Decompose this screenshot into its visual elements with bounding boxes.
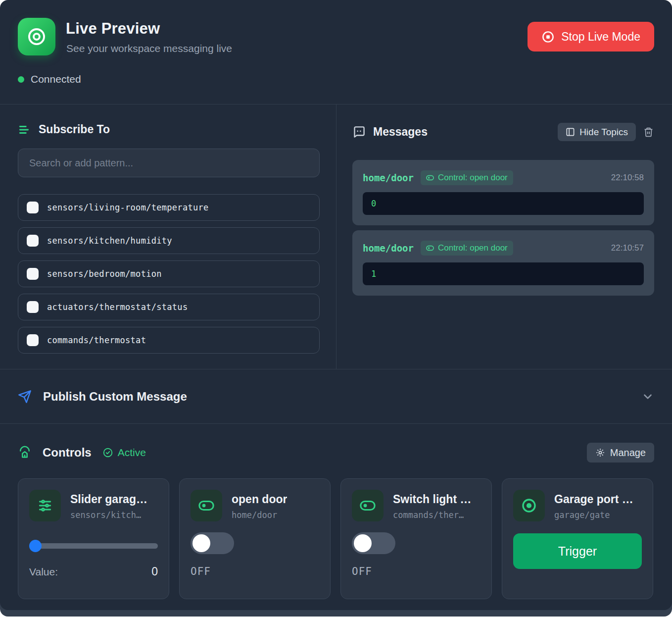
topic-checkbox[interactable] — [27, 268, 39, 280]
active-status-badge: Active — [102, 447, 146, 459]
message-timestamp: 22:10:58 — [611, 173, 644, 183]
subscribe-title: Subscribe To — [39, 123, 110, 136]
page-title: Live Preview — [66, 20, 160, 38]
topic-label: sensors/kitchen/humidity — [47, 236, 172, 246]
toggle-switch[interactable] — [191, 532, 234, 554]
value-label: Value: — [29, 566, 58, 578]
control-card-toggle: open door home/door OFF — [179, 478, 331, 599]
slider-track[interactable] — [29, 543, 158, 549]
topic-item[interactable]: sensors/kitchen/humidity — [18, 227, 320, 254]
topic-checkbox[interactable] — [27, 202, 39, 213]
check-circle-icon — [102, 447, 113, 458]
status-label: Connected — [31, 73, 81, 85]
chevron-down-icon[interactable] — [641, 390, 654, 403]
live-preview-panel: Live Preview See your workspace messagin… — [0, 0, 672, 610]
list-icon — [18, 123, 31, 136]
control-badge: Control: open door — [421, 170, 513, 185]
subscribe-header: Subscribe To — [18, 123, 110, 136]
trash-icon[interactable] — [643, 127, 654, 138]
toggle-icon — [426, 174, 434, 182]
topic-label: sensors/living-room/temperature — [47, 203, 209, 212]
topic-item[interactable]: sensors/living-room/temperature — [18, 194, 320, 221]
controls-title: Controls — [43, 446, 92, 460]
control-card-toggle: Switch light … commands/ther… OFF — [340, 478, 492, 599]
control-topic: sensors/kitch… — [70, 510, 147, 520]
message-topic: home/door — [363, 172, 414, 183]
message-payload: 1 — [363, 262, 644, 285]
manage-label: Manage — [610, 447, 646, 459]
control-title: open door — [232, 493, 287, 506]
control-title: Garage port … — [554, 493, 633, 506]
sliders-icon — [29, 490, 61, 521]
topic-label: actuators/thermostat/status — [47, 302, 188, 312]
value-number: 0 — [151, 565, 158, 578]
divider — [0, 423, 672, 424]
message-card: home/door Control: open door 22:10:58 0 — [352, 160, 654, 225]
trigger-button[interactable]: Trigger — [513, 533, 642, 569]
control-badge: Control: open door — [421, 241, 513, 256]
control-topic: home/door — [232, 510, 287, 520]
toggle-thumb[interactable] — [192, 534, 210, 552]
control-topic: commands/ther… — [393, 510, 471, 520]
toggle-switch[interactable] — [352, 532, 395, 554]
publish-title: Publish Custom Message — [43, 390, 187, 404]
message-timestamp: 22:10:57 — [611, 243, 644, 253]
publish-section-toggle[interactable]: Publish Custom Message — [0, 369, 672, 423]
toggle-icon — [191, 490, 222, 521]
control-topic: garage/gate — [554, 510, 633, 520]
hide-topics-label: Hide Topics — [579, 127, 628, 138]
topic-label: sensors/bedroom/motion — [47, 269, 162, 279]
control-card-trigger: Garage port … garage/gate Trigger — [502, 478, 653, 599]
gear-icon — [595, 448, 605, 458]
status-dot-icon — [18, 76, 24, 83]
value-slider[interactable] — [29, 539, 158, 552]
toggle-icon — [426, 244, 434, 252]
eye-target-icon — [26, 26, 47, 47]
toggle-state-label: OFF — [352, 566, 480, 577]
message-square-icon — [352, 125, 366, 139]
search-input[interactable] — [18, 149, 320, 177]
toggle-thumb[interactable] — [354, 534, 372, 552]
control-badge-label: Control: open door — [438, 173, 508, 183]
message-payload: 0 — [363, 192, 644, 215]
page-subtitle: See your workspace messaging live — [66, 43, 232, 54]
control-card-slider: Slider garag… sensors/kitch… Value: 0 — [18, 478, 169, 599]
topic-checkbox[interactable] — [27, 334, 39, 346]
active-label: Active — [118, 447, 146, 459]
stop-button-label: Stop Live Mode — [561, 30, 640, 44]
toggle-state-label: OFF — [191, 566, 319, 577]
topic-item[interactable]: commands/thermostat — [18, 327, 320, 354]
circle-dot-icon — [513, 490, 545, 521]
topic-checkbox[interactable] — [27, 301, 39, 313]
column-divider — [336, 104, 336, 369]
slider-thumb[interactable] — [29, 540, 42, 552]
manage-button[interactable]: Manage — [587, 443, 654, 463]
smart-home-icon — [18, 446, 32, 460]
message-card: home/door Control: open door 22:10:57 1 — [352, 230, 654, 296]
panel-left-icon — [566, 127, 575, 137]
stop-circle-icon — [541, 30, 555, 44]
topic-item[interactable]: sensors/bedroom/motion — [18, 260, 320, 287]
control-title: Slider garag… — [70, 493, 147, 506]
live-preview-app-icon — [18, 18, 55, 55]
stop-live-mode-button[interactable]: Stop Live Mode — [528, 22, 654, 52]
message-topic: home/door — [363, 243, 414, 254]
topic-item[interactable]: actuators/thermostat/status — [18, 294, 320, 320]
send-icon — [18, 390, 32, 404]
topic-checkbox[interactable] — [27, 235, 39, 247]
hide-topics-button[interactable]: Hide Topics — [558, 123, 636, 141]
control-title: Switch light … — [393, 493, 471, 506]
topic-label: commands/thermostat — [47, 335, 146, 345]
connection-status: Connected — [18, 73, 81, 85]
toggle-icon — [352, 490, 384, 521]
control-badge-label: Control: open door — [438, 243, 508, 253]
messages-title: Messages — [373, 125, 428, 139]
